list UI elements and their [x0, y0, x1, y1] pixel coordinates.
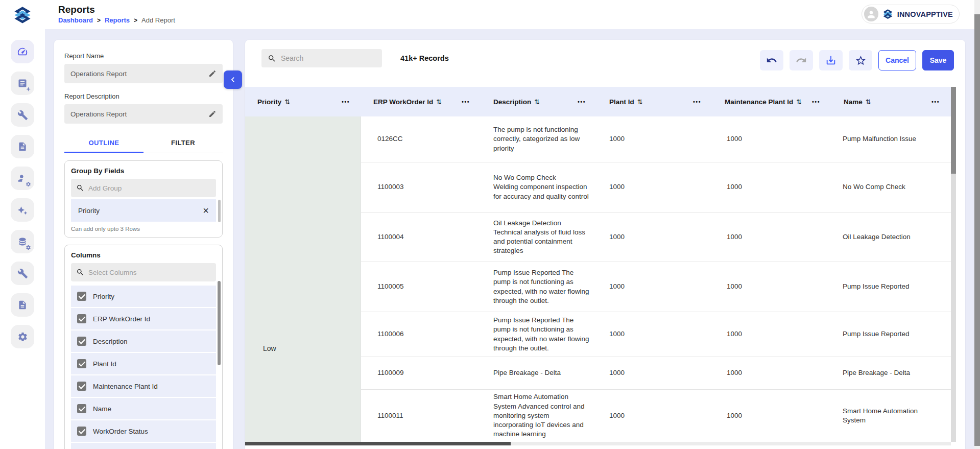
columns-list-scrollbar-thumb[interactable] [218, 281, 221, 365]
header-cell-plant-id[interactable]: Plant Id⇅••• [597, 87, 712, 116]
column-menu-icon[interactable]: ••• [342, 99, 350, 105]
user-avatar[interactable] [864, 7, 878, 21]
checkbox-checked-icon[interactable] [77, 337, 86, 346]
table-row[interactable]: 0126CC The pump is not functioning corre… [361, 116, 951, 162]
table-row[interactable]: 1100011 Smart Home Automation System Adv… [361, 390, 951, 442]
sidebar-item-dashboard[interactable] [11, 40, 34, 63]
sidebar-item-settings[interactable] [11, 325, 34, 348]
report-name-field[interactable]: Operations Report [64, 64, 223, 83]
edit-pencil-icon[interactable] [208, 69, 217, 78]
edit-pencil-icon[interactable] [208, 110, 217, 118]
group-list-scrollbar-thumb[interactable] [218, 200, 221, 222]
column-option-description[interactable]: Description [71, 330, 216, 352]
checkbox-checked-icon[interactable] [77, 404, 86, 413]
scrollbar-thumb[interactable] [974, 14, 980, 446]
checkbox-checked-icon[interactable] [77, 292, 86, 301]
document-icon [17, 300, 28, 310]
column-menu-icon[interactable]: ••• [462, 99, 470, 105]
sidebar-item-data-management[interactable] [11, 230, 34, 253]
undo-button[interactable] [760, 50, 783, 70]
app-logo[interactable] [12, 5, 33, 26]
sort-icon[interactable]: ⇅ [436, 98, 442, 106]
group-chip-priority[interactable]: Priority × [71, 199, 216, 222]
collapse-panel-button[interactable] [224, 70, 242, 89]
chevron-left-icon [228, 75, 238, 85]
search-input[interactable] [281, 54, 368, 62]
sidebar-item-user-management[interactable] [11, 167, 34, 190]
report-name-value: Operations Report [70, 70, 208, 78]
column-menu-icon[interactable]: ••• [812, 99, 820, 105]
header-cell-erp-workorder-id[interactable]: ERP WorkOrder Id⇅••• [361, 87, 481, 116]
scrollbar-thumb[interactable] [245, 442, 511, 445]
header-cell-description[interactable]: Description⇅••• [481, 87, 597, 116]
table-row[interactable]: 1100006 Pump Issue Reported The pump is … [361, 312, 951, 357]
column-option-erp-workorder-id[interactable]: ERP WorkOrder Id [71, 308, 216, 329]
toolbar-actions: Cancel Save [760, 50, 954, 70]
report-name-label: Report Name [64, 52, 223, 60]
table-vertical-scrollbar[interactable] [951, 87, 956, 442]
sort-icon[interactable]: ⇅ [637, 98, 643, 106]
breadcrumb-reports[interactable]: Reports [105, 16, 130, 24]
column-option-plant-id[interactable]: Plant Id [71, 353, 216, 374]
account-brand-pill[interactable]: INNOVAPPTIVE [862, 5, 960, 23]
sidebar-item-reports[interactable] [11, 72, 34, 95]
remove-group-icon[interactable]: × [203, 205, 209, 216]
checkbox-checked-icon[interactable] [77, 359, 86, 368]
group-by-section: Group By Fields Add Group Priority × Can… [64, 160, 223, 238]
speedometer-icon [17, 46, 28, 57]
add-group-search[interactable]: Add Group [71, 179, 216, 197]
column-option-maintenance-plant-id[interactable]: Maintenance Plant Id [71, 375, 216, 397]
sidebar-item-tools[interactable] [11, 103, 34, 127]
page-scrollbar[interactable] [974, 0, 980, 449]
checkbox-checked-icon[interactable] [77, 314, 86, 323]
table-horizontal-scrollbar[interactable] [245, 442, 951, 445]
sidebar-item-documents[interactable] [11, 135, 34, 158]
table-row[interactable]: 1100003 No Wo Comp Check Welding compone… [361, 162, 951, 212]
sidebar-item-documents-secondary[interactable] [11, 293, 34, 317]
report-description-field[interactable]: Operations Report [64, 104, 223, 124]
table-search[interactable] [261, 49, 382, 67]
download-button[interactable] [819, 50, 843, 70]
header-cell-maintenance-plant-id[interactable]: Maintenance Plant Id⇅••• [712, 87, 831, 116]
sidebar-item-ai-assist[interactable] [11, 198, 34, 222]
tab-filter[interactable]: FILTER [144, 135, 223, 153]
redo-button[interactable] [790, 50, 813, 70]
sidebar-item-tools-secondary[interactable] [11, 262, 34, 285]
column-option-priority[interactable]: Priority [71, 286, 216, 307]
search-icon [76, 268, 84, 276]
column-option-workorder-status[interactable]: WorkOrder Status [71, 420, 216, 442]
checkbox-checked-icon[interactable] [77, 427, 86, 436]
table-row[interactable]: 1100004 Oil Leakage Detection Technical … [361, 212, 951, 262]
breadcrumb-dashboard[interactable]: Dashboard [58, 16, 93, 24]
report-preview-card: 41k+ Records Cancel Save [245, 40, 965, 449]
report-description-value: Operations Report [70, 110, 208, 118]
undo-icon [766, 55, 777, 66]
column-menu-icon[interactable]: ••• [931, 99, 940, 105]
select-columns-search[interactable]: Select Columns [71, 263, 216, 281]
checkbox-checked-icon[interactable] [77, 382, 86, 391]
sort-icon[interactable]: ⇅ [284, 98, 290, 106]
favorite-button[interactable] [849, 50, 872, 70]
gear-badge-icon [26, 181, 31, 187]
redo-icon [796, 55, 807, 66]
header-cell-priority[interactable]: Priority⇅••• [245, 87, 361, 116]
columns-section: Columns Select Columns Priority ERP Work… [64, 245, 223, 449]
tab-outline[interactable]: OUTLINE [64, 135, 144, 153]
column-menu-icon[interactable]: ••• [578, 99, 586, 105]
column-option-partial[interactable] [71, 443, 216, 449]
group-by-note: Can add only upto 3 Rows [71, 226, 216, 232]
sparkle-badge-icon [26, 86, 31, 92]
table-row[interactable]: 1100005 Pump Issue Reported The pump is … [361, 262, 951, 312]
cancel-button[interactable]: Cancel [878, 50, 916, 70]
header-cell-name[interactable]: Name⇅••• [831, 87, 951, 116]
report-config-panel: Report Name Operations Report Report Des… [54, 40, 233, 449]
column-option-name[interactable]: Name [71, 398, 216, 419]
sort-icon[interactable]: ⇅ [866, 98, 871, 106]
sort-icon[interactable]: ⇅ [796, 98, 802, 106]
sort-icon[interactable]: ⇅ [534, 98, 540, 106]
search-icon [268, 54, 276, 63]
table-row[interactable]: 1100009 Pipe Breakage - Delta 1000 1000 … [361, 357, 951, 390]
scrollbar-thumb[interactable] [951, 87, 956, 174]
column-menu-icon[interactable]: ••• [693, 99, 701, 105]
save-button[interactable]: Save [922, 50, 954, 70]
